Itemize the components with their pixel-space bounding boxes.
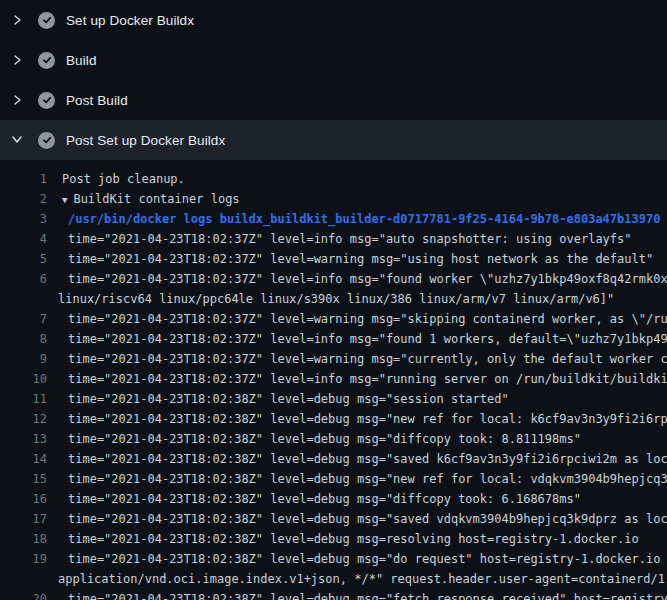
log-text: /usr/bin/docker logs buildx_buildkit_bui… [68, 209, 660, 229]
log-text: time="2021-04-23T18:02:38Z" level=debug … [68, 589, 667, 600]
line-number[interactable]: 18 [0, 529, 47, 549]
log-text-content: time="2021-04-23T18:02:38Z" level=debug … [68, 392, 509, 406]
log-line-19-wrap: application/vnd.oci.image.index.v1+json,… [0, 569, 667, 589]
log-text-content: time="2021-04-23T18:02:38Z" level=debug … [68, 592, 667, 600]
line-number[interactable]: 12 [0, 409, 47, 429]
log-text: time="2021-04-23T18:02:37Z" level=warnin… [68, 309, 667, 329]
step-header-build[interactable]: Build [0, 40, 667, 80]
step-label: Set up Docker Buildx [66, 13, 194, 28]
log-text-content: time="2021-04-23T18:02:38Z" level=debug … [68, 412, 667, 426]
line-number[interactable]: 3 [0, 209, 47, 229]
line-number[interactable]: 1 [0, 169, 47, 189]
log-text-content: linux/riscv64 linux/ppc64le linux/s390x … [58, 292, 614, 306]
log-line-11: 11 time="2021-04-23T18:02:38Z" level=deb… [0, 389, 667, 409]
line-number[interactable]: 15 [0, 469, 47, 489]
log-text: time="2021-04-23T18:02:38Z" level=debug … [68, 429, 581, 449]
log-text: time="2021-04-23T18:02:37Z" level=warnin… [68, 349, 667, 369]
log-line-6-wrap: linux/riscv64 linux/ppc64le linux/s390x … [0, 289, 667, 309]
log-text-content: time="2021-04-23T18:02:37Z" level=info m… [68, 332, 667, 346]
log-text: application/vnd.oci.image.index.v1+json,… [58, 569, 667, 589]
log-line-5: 5 time="2021-04-23T18:02:37Z" level=warn… [0, 249, 667, 269]
chevron-right-icon [11, 53, 25, 67]
log-text-content: time="2021-04-23T18:02:37Z" level=info m… [68, 232, 632, 246]
line-number[interactable]: 6 [0, 269, 47, 289]
group-disclosure-triangle-icon[interactable]: ▼ [62, 195, 67, 205]
log-text-content: time="2021-04-23T18:02:38Z" level=debug … [68, 452, 667, 466]
chevron-down-icon [11, 133, 25, 147]
line-number[interactable]: 13 [0, 429, 47, 449]
log-text: Post job cleanup. [62, 169, 185, 189]
log-text: time="2021-04-23T18:02:37Z" level=info m… [68, 369, 667, 389]
line-number[interactable]: 17 [0, 509, 47, 529]
log-text-content: /usr/bin/docker logs buildx_buildkit_bui… [68, 212, 660, 226]
log-text: time="2021-04-23T18:02:38Z" level=debug … [68, 489, 581, 509]
log-text-content: time="2021-04-23T18:02:38Z" level=debug … [68, 512, 667, 526]
log-line-1: 1 Post job cleanup. [0, 169, 667, 189]
check-circle-icon [38, 12, 55, 29]
log-text-content: time="2021-04-23T18:02:38Z" level=debug … [68, 552, 667, 566]
step-list: Set up Docker Buildx Build Post Build [0, 0, 667, 160]
log-line-12: 12 time="2021-04-23T18:02:38Z" level=deb… [0, 409, 667, 429]
log-line-19: 19 time="2021-04-23T18:02:38Z" level=deb… [0, 549, 667, 569]
line-number[interactable]: 16 [0, 489, 47, 509]
line-number[interactable]: 8 [0, 329, 47, 349]
log-text: time="2021-04-23T18:02:37Z" level=info m… [68, 329, 667, 349]
log-console: 1 Post job cleanup. 2 ▼BuildKit containe… [0, 160, 667, 600]
log-text-content: time="2021-04-23T18:02:38Z" level=debug … [68, 492, 581, 506]
check-circle-icon [38, 132, 55, 149]
log-line-14: 14 time="2021-04-23T18:02:38Z" level=deb… [0, 449, 667, 469]
line-number[interactable] [0, 289, 47, 309]
step-header-post-set-up-docker-buildx[interactable]: Post Set up Docker Buildx [0, 120, 667, 160]
log-line-16: 16 time="2021-04-23T18:02:38Z" level=deb… [0, 489, 667, 509]
line-number[interactable]: 7 [0, 309, 47, 329]
line-number[interactable]: 11 [0, 389, 47, 409]
log-text: time="2021-04-23T18:02:37Z" level=info m… [68, 229, 632, 249]
step-header-set-up-docker-buildx[interactable]: Set up Docker Buildx [0, 0, 667, 40]
log-text-content: time="2021-04-23T18:02:37Z" level=info m… [68, 372, 667, 386]
chevron-right-icon [11, 93, 25, 107]
check-circle-icon [38, 92, 55, 109]
log-text: time="2021-04-23T18:02:38Z" level=debug … [68, 549, 667, 569]
step-label: Post Build [66, 93, 128, 108]
log-line-18: 18 time="2021-04-23T18:02:38Z" level=deb… [0, 529, 667, 549]
log-text-content: Post job cleanup. [62, 172, 185, 186]
log-text-content: time="2021-04-23T18:02:37Z" level=info m… [68, 272, 667, 286]
log-text-content: time="2021-04-23T18:02:37Z" level=warnin… [68, 252, 653, 266]
check-circle-icon [38, 52, 55, 69]
step-header-post-build[interactable]: Post Build [0, 80, 667, 120]
log-line-7: 7 time="2021-04-23T18:02:37Z" level=warn… [0, 309, 667, 329]
line-number[interactable]: 10 [0, 369, 47, 389]
log-text: time="2021-04-23T18:02:38Z" level=debug … [68, 449, 667, 469]
log-text: time="2021-04-23T18:02:37Z" level=info m… [68, 269, 667, 289]
log-text: time="2021-04-23T18:02:38Z" level=debug … [68, 469, 667, 489]
log-line-2: 2 ▼BuildKit container logs [0, 189, 667, 209]
log-text: time="2021-04-23T18:02:38Z" level=debug … [68, 409, 667, 429]
line-number[interactable]: 19 [0, 549, 47, 569]
log-text: linux/riscv64 linux/ppc64le linux/s390x … [58, 289, 614, 309]
log-text-content: application/vnd.oci.image.index.v1+json,… [58, 572, 667, 586]
step-label: Build [66, 53, 97, 68]
step-label: Post Set up Docker Buildx [66, 133, 225, 148]
log-line-10: 10 time="2021-04-23T18:02:37Z" level=inf… [0, 369, 667, 389]
log-text-content: BuildKit container logs [73, 192, 239, 206]
log-text: time="2021-04-23T18:02:38Z" level=debug … [68, 389, 509, 409]
log-line-3: 3 /usr/bin/docker logs buildx_buildkit_b… [0, 209, 667, 229]
line-number[interactable]: 2 [0, 189, 47, 209]
line-number[interactable] [0, 569, 47, 589]
line-number[interactable]: 5 [0, 249, 47, 269]
log-text: time="2021-04-23T18:02:37Z" level=warnin… [68, 249, 653, 269]
log-text-content: time="2021-04-23T18:02:37Z" level=warnin… [68, 312, 667, 326]
log-text: time="2021-04-23T18:02:38Z" level=debug … [68, 529, 639, 549]
log-line-8: 8 time="2021-04-23T18:02:37Z" level=info… [0, 329, 667, 349]
log-line-13: 13 time="2021-04-23T18:02:38Z" level=deb… [0, 429, 667, 449]
log-text-content: time="2021-04-23T18:02:38Z" level=debug … [68, 532, 639, 546]
line-number[interactable]: 9 [0, 349, 47, 369]
line-number[interactable]: 4 [0, 229, 47, 249]
log-text-content: time="2021-04-23T18:02:37Z" level=warnin… [68, 352, 667, 366]
log-line-9: 9 time="2021-04-23T18:02:37Z" level=warn… [0, 349, 667, 369]
line-number[interactable]: 20 [0, 589, 47, 600]
log-line-6: 6 time="2021-04-23T18:02:37Z" level=info… [0, 269, 667, 289]
line-number[interactable]: 14 [0, 449, 47, 469]
chevron-right-icon [11, 13, 25, 27]
log-text: ▼BuildKit container logs [62, 189, 240, 209]
